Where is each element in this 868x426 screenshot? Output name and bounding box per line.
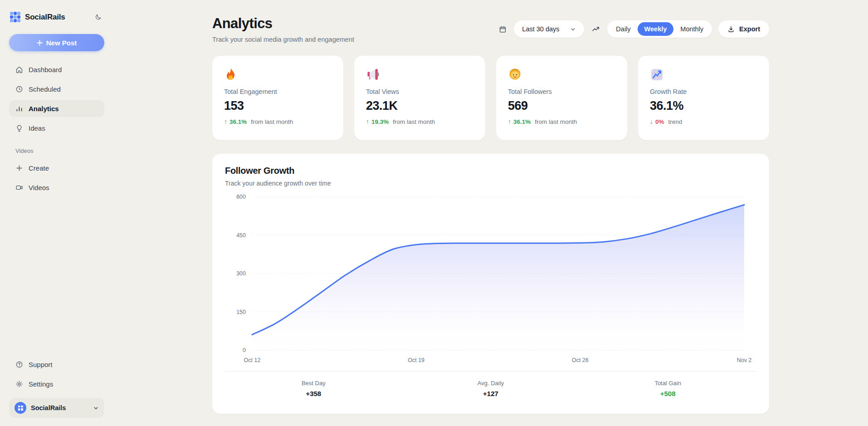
chart-footer-stat-total-gain: Total Gain +508 xyxy=(579,380,756,397)
arrow-down-icon: ↓ xyxy=(650,118,653,125)
app-logo-icon xyxy=(10,12,20,22)
stat-delta: ↑ 36.1% from last month xyxy=(224,118,332,125)
dark-mode-toggle[interactable] xyxy=(93,12,103,22)
logo-row: SocialRails xyxy=(9,12,104,22)
stat-delta: ↑ 36.1% from last month xyxy=(508,118,615,125)
sidebar-item-label: Scheduled xyxy=(29,85,61,93)
app-root: SocialRails New Post Dashboard xyxy=(0,0,868,426)
fire-icon xyxy=(224,67,238,82)
sidebar-section-videos: Videos xyxy=(15,147,104,154)
download-icon xyxy=(727,25,735,33)
sidebar: SocialRails New Post Dashboard xyxy=(0,0,113,426)
stat-delta: ↑ 19.3% from last month xyxy=(366,118,473,125)
account-menu[interactable]: SocialRails xyxy=(9,398,104,418)
export-button[interactable]: Export xyxy=(718,20,769,38)
sidebar-item-label: Create xyxy=(29,164,49,172)
stat-value: 36.1% xyxy=(650,99,757,113)
date-range-value: Last 30 days xyxy=(522,25,559,33)
new-post-button[interactable]: New Post xyxy=(9,34,104,51)
app-title: SocialRails xyxy=(25,13,65,22)
sidebar-item-support[interactable]: Support xyxy=(9,356,104,373)
sidebar-item-scheduled[interactable]: Scheduled xyxy=(9,81,104,98)
stat-card-total-followers: Total Followers 569 ↑ 36.1% from last mo… xyxy=(496,56,627,140)
stat-cards: Total Engagement 153 ↑ 36.1% from last m… xyxy=(212,56,769,140)
clock-icon xyxy=(15,85,23,93)
stat-card-growth-rate: Growth Rate 36.1% ↓ 0% trend xyxy=(638,56,769,140)
plus-icon xyxy=(15,164,23,172)
page-subtitle: Track your social media growth and engag… xyxy=(212,36,354,43)
stat-value: 569 xyxy=(508,99,615,113)
sidebar-item-videos[interactable]: Videos xyxy=(9,179,104,196)
sidebar-item-label: Dashboard xyxy=(29,66,62,73)
account-avatar xyxy=(15,402,26,414)
page-title: Analytics xyxy=(212,15,354,32)
page-header: Analytics Track your social media growth… xyxy=(212,15,769,43)
tab-daily[interactable]: Daily xyxy=(609,22,637,36)
stat-delta: ↓ 0% trend xyxy=(650,118,757,125)
chevron-down-icon xyxy=(93,405,99,411)
sidebar-item-ideas[interactable]: Ideas xyxy=(9,120,104,137)
sidebar-nav: Dashboard Scheduled Analytics xyxy=(9,61,104,196)
main-content: Analytics Track your social media growth… xyxy=(113,0,868,426)
plus-icon xyxy=(37,40,43,46)
header-controls: Last 30 days Daily Weekly xyxy=(498,20,769,38)
stat-label: Total Followers xyxy=(508,88,615,95)
sidebar-item-label: Ideas xyxy=(29,124,45,132)
bar-chart-icon xyxy=(15,105,23,113)
tab-monthly[interactable]: Monthly xyxy=(673,22,710,36)
moon-icon xyxy=(95,14,102,20)
video-camera-icon xyxy=(15,184,23,191)
chevron-down-icon xyxy=(570,26,576,32)
chart-increasing-icon xyxy=(650,68,664,82)
period-toggle: Daily Weekly Monthly xyxy=(607,20,712,38)
arrow-up-icon: ↑ xyxy=(224,118,227,125)
date-range-select[interactable]: Last 30 days xyxy=(514,20,584,38)
sidebar-item-settings[interactable]: Settings xyxy=(9,376,104,392)
stat-card-total-views: Total Views 23.1K ↑ 19.3% from last mont… xyxy=(354,56,485,140)
gear-icon xyxy=(15,380,23,388)
lightbulb-icon xyxy=(15,124,23,132)
stat-value: 23.1K xyxy=(366,99,473,113)
megaphone-icon xyxy=(366,67,380,82)
person-icon xyxy=(508,68,522,82)
sidebar-item-label: Settings xyxy=(29,380,53,388)
chart-subtitle: Track your audience growth over time xyxy=(225,180,756,187)
calendar-icon xyxy=(498,24,507,34)
chart-title: Follower Growth xyxy=(225,166,756,176)
svg-text:Oct 19: Oct 19 xyxy=(408,357,424,363)
svg-text:Nov 2: Nov 2 xyxy=(737,357,752,363)
stat-label: Total Views xyxy=(366,88,473,95)
stat-label: Total Engagement xyxy=(224,88,332,95)
sidebar-item-label: Videos xyxy=(29,184,49,191)
waffle-icon xyxy=(18,406,23,411)
svg-text:450: 450 xyxy=(236,232,246,239)
svg-text:150: 150 xyxy=(236,309,246,315)
svg-text:0: 0 xyxy=(243,347,246,353)
stat-card-total-engagement: Total Engagement 153 ↑ 36.1% from last m… xyxy=(212,56,343,140)
sidebar-item-label: Analytics xyxy=(29,105,59,113)
export-label: Export xyxy=(739,25,760,33)
sidebar-item-label: Support xyxy=(29,361,53,368)
arrow-up-icon: ↑ xyxy=(366,118,369,125)
stat-value: 153 xyxy=(224,99,332,113)
arrow-up-icon: ↑ xyxy=(508,118,511,125)
sidebar-item-analytics[interactable]: Analytics xyxy=(9,100,104,117)
help-icon xyxy=(15,361,23,368)
chart-footer: Best Day +358 Avg. Daily +127 Total Gain… xyxy=(225,371,756,397)
svg-text:Oct 26: Oct 26 xyxy=(572,357,589,363)
sidebar-item-create[interactable]: Create xyxy=(9,160,104,176)
tab-weekly[interactable]: Weekly xyxy=(638,22,674,36)
chart-footer-stat-avg-daily: Avg. Daily +127 xyxy=(402,380,580,397)
trending-up-icon xyxy=(590,24,601,34)
sidebar-item-dashboard[interactable]: Dashboard xyxy=(9,61,104,78)
svg-text:600: 600 xyxy=(236,194,246,200)
stat-label: Growth Rate xyxy=(650,88,757,95)
follower-growth-card: Follower Growth Track your audience grow… xyxy=(212,154,769,414)
home-icon xyxy=(15,66,23,73)
sidebar-footer: Support Settings SocialRails xyxy=(9,356,104,418)
account-name: SocialRails xyxy=(31,404,66,411)
svg-text:300: 300 xyxy=(236,270,246,277)
svg-text:Oct 12: Oct 12 xyxy=(244,357,261,363)
follower-growth-chart: 0150300450600Oct 12Oct 19Oct 26Nov 2 xyxy=(225,191,756,370)
chart-footer-stat-best-day: Best Day +358 xyxy=(225,380,402,397)
